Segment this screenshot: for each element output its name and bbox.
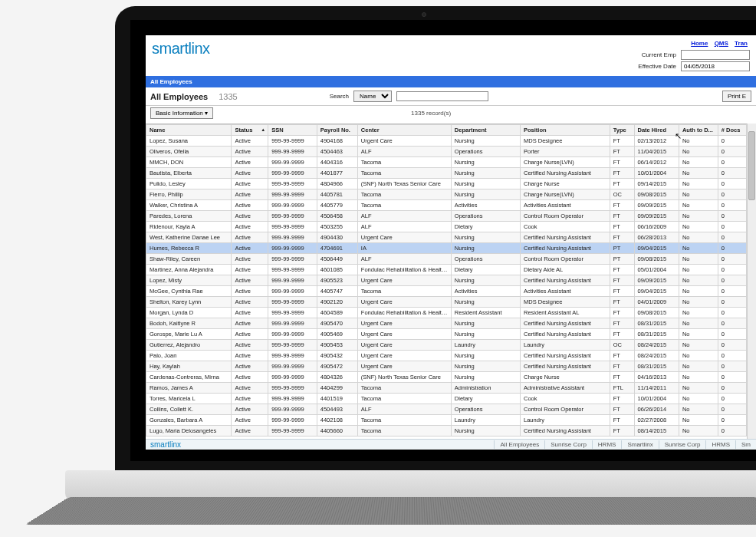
table-row[interactable]: Hay, KaylahActive999-99-99994905472Urgen… bbox=[146, 361, 747, 372]
current-emp-input[interactable] bbox=[681, 50, 750, 60]
cell-department: Nursing bbox=[451, 297, 520, 308]
cell-docs: 0 bbox=[718, 394, 746, 404]
table-row[interactable]: Gonzales, Barbara AActive999-99-99994402… bbox=[146, 415, 747, 426]
table-row[interactable]: Humes, Rebecca RActive999-99-99994704691… bbox=[146, 243, 747, 254]
table-row[interactable]: Torres, Maricela LActive999-99-999944015… bbox=[146, 394, 747, 404]
cell-department: Nursing bbox=[451, 329, 520, 340]
col-header[interactable]: Position bbox=[521, 125, 610, 136]
cell-payroll: 4902120 bbox=[317, 297, 357, 308]
table-row[interactable]: Lopez, MistyActive999-99-99994905523Urge… bbox=[146, 275, 747, 286]
print-button[interactable]: Print E bbox=[722, 91, 751, 102]
cell-auth: No bbox=[679, 232, 718, 243]
table-row[interactable]: Collins, Collett K.Active999-99-99994504… bbox=[146, 404, 747, 415]
col-header[interactable]: Center bbox=[357, 125, 451, 136]
table-row[interactable]: Cardenas-Contreras, MirnaActive999-99-99… bbox=[146, 372, 747, 383]
cell-auth: No bbox=[679, 275, 718, 286]
cell-name: Shaw-Riley, Careen bbox=[146, 254, 232, 265]
table-row[interactable]: Shelton, Karey LynnActive999-99-99994902… bbox=[146, 297, 747, 308]
cell-payroll: 4506449 bbox=[317, 254, 357, 265]
col-header[interactable]: Status▲ bbox=[232, 125, 268, 136]
table-row[interactable]: Paredes, LorenaActive999-99-99994506458A… bbox=[146, 211, 747, 222]
table-row[interactable]: Fierro, PhillipActive999-99-99994405781T… bbox=[146, 189, 747, 200]
effective-date-input[interactable] bbox=[681, 61, 750, 71]
cell-ssn: 999-99-9999 bbox=[268, 351, 317, 361]
table-row[interactable]: Gorospe, Marie Lu AActive999-99-99994905… bbox=[146, 329, 747, 340]
table-row[interactable]: MMCH, DONActive999-99-99994404316TacomaN… bbox=[146, 157, 747, 168]
col-header[interactable]: Date Hired bbox=[634, 125, 679, 136]
table-row[interactable]: Ridenour, Kayla AActive999-99-9999450325… bbox=[146, 222, 747, 232]
cell-ssn: 999-99-9999 bbox=[268, 232, 317, 243]
cell-name: Lugo, Maria Delosangeles bbox=[146, 426, 232, 437]
cell-ssn: 999-99-9999 bbox=[268, 426, 317, 437]
crumb-item[interactable]: Sm bbox=[735, 440, 756, 449]
vertical-scrollbar[interactable] bbox=[747, 124, 756, 439]
table-row[interactable]: Morgan, Lynda DActive999-99-99994604589F… bbox=[146, 308, 747, 318]
cell-docs: 0 bbox=[718, 308, 746, 318]
table-row[interactable]: McGee, Cynthia RaeActive999-99-999944057… bbox=[146, 286, 747, 297]
scrollbar-thumb[interactable] bbox=[748, 131, 755, 200]
cell-ssn: 999-99-9999 bbox=[268, 222, 317, 232]
cell-ssn: 999-99-9999 bbox=[268, 286, 317, 297]
cell-docs: 0 bbox=[718, 168, 746, 179]
col-header[interactable]: Name bbox=[146, 125, 232, 136]
nav-link-tran[interactable]: Tran bbox=[735, 40, 748, 47]
table-row[interactable]: Walker, Christina AActive999-99-99994405… bbox=[146, 200, 747, 211]
cell-auth: No bbox=[679, 179, 718, 189]
search-input[interactable] bbox=[396, 91, 488, 101]
nav-link-home[interactable]: Home bbox=[691, 40, 708, 47]
cell-auth: No bbox=[679, 415, 718, 426]
cell-name: Ridenour, Kayla A bbox=[146, 222, 232, 232]
cell-name: McGee, Cynthia Rae bbox=[146, 286, 232, 297]
crumb-item[interactable]: Sunrise Corp bbox=[659, 440, 706, 449]
cell-position: Certified Nursing Assistant bbox=[521, 243, 610, 254]
cell-docs: 0 bbox=[718, 200, 746, 211]
nav-link-qms[interactable]: QMS bbox=[715, 40, 728, 47]
table-row[interactable]: Gutierrez, AlejandroActive999-99-9999490… bbox=[146, 340, 747, 351]
table-row[interactable]: Palo, JoanActive999-99-99994905432Urgent… bbox=[146, 351, 747, 361]
table-row[interactable]: Bodoh, Kaitlyne RActive999-99-9999490547… bbox=[146, 318, 747, 329]
basic-info-dropdown[interactable]: Basic Information ▾ bbox=[150, 107, 213, 119]
cell-center: Urgent Care bbox=[357, 297, 451, 308]
cell-auth: No bbox=[679, 351, 718, 361]
cell-center: Tacoma bbox=[357, 394, 451, 404]
crumb-item[interactable]: Sunrise Corp bbox=[544, 440, 592, 449]
col-header[interactable]: SSN bbox=[268, 125, 317, 136]
cell-name: Torres, Maricela L bbox=[146, 394, 232, 404]
cell-docs: 0 bbox=[718, 318, 746, 329]
col-header[interactable]: Auth to D... bbox=[679, 125, 718, 136]
cell-ssn: 999-99-9999 bbox=[268, 147, 317, 157]
cell-ssn: 999-99-9999 bbox=[268, 372, 317, 383]
cell-auth: No bbox=[679, 372, 718, 383]
table-row[interactable]: Ramos, James AActive999-99-99994404299Ta… bbox=[146, 383, 747, 394]
cell-ssn: 999-99-9999 bbox=[268, 383, 317, 394]
crumb-item[interactable]: All Employees bbox=[494, 440, 544, 449]
table-row[interactable]: Lopez, SusanaActive999-99-99994904168Urg… bbox=[146, 136, 747, 147]
cell-position: Certified Nursing Assistant bbox=[521, 232, 610, 243]
table-row[interactable]: Lugo, Maria DelosangelesActive999-99-999… bbox=[146, 426, 747, 437]
col-header[interactable]: Type bbox=[610, 125, 634, 136]
cell-payroll: 4401877 bbox=[317, 168, 357, 179]
cell-center: Fondulac Rehabilitation & Health Ca bbox=[357, 265, 451, 275]
cell-hired: 04/01/2009 bbox=[634, 297, 679, 308]
crumb-item[interactable]: Smartlinx bbox=[621, 440, 658, 449]
col-header[interactable]: Department bbox=[451, 125, 520, 136]
brand-logo: smartlinx bbox=[152, 40, 210, 58]
cell-payroll: 4704691 bbox=[317, 243, 357, 254]
table-row[interactable]: Pulido, LesleyActive999-99-99994804966(S… bbox=[146, 179, 747, 189]
cell-ssn: 999-99-9999 bbox=[268, 329, 317, 340]
col-header[interactable]: Payroll No. bbox=[317, 125, 357, 136]
cell-hired: 09/08/2015 bbox=[634, 189, 679, 200]
chevron-down-icon: ▾ bbox=[205, 110, 208, 117]
cell-name: West, Katherine Danae Lee bbox=[146, 232, 232, 243]
crumb-item[interactable]: HRMS bbox=[592, 440, 622, 449]
table-row[interactable]: Bautista, ElbertaActive999-99-9999440187… bbox=[146, 168, 747, 179]
col-header[interactable]: # Docs bbox=[718, 125, 746, 136]
table-row[interactable]: Martinez, Anna AlejandraActive999-99-999… bbox=[146, 265, 747, 275]
search-type-select[interactable]: Name bbox=[353, 91, 392, 102]
table-row[interactable]: Oliveros, OfeliaActive999-99-99994504463… bbox=[146, 147, 747, 157]
table-row[interactable]: West, Katherine Danae LeeActive999-99-99… bbox=[146, 232, 747, 243]
crumb-item[interactable]: HRMS bbox=[705, 440, 735, 449]
cell-center: Tacoma bbox=[357, 189, 451, 200]
table-row[interactable]: Shaw-Riley, CareenActive999-99-999945064… bbox=[146, 254, 747, 265]
cell-department: Dietary bbox=[451, 394, 520, 404]
